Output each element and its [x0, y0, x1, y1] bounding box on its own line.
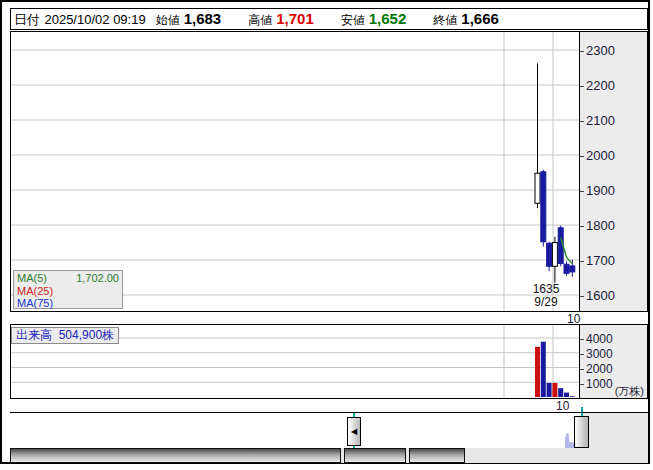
price-tick-label: 1600 — [586, 288, 615, 303]
price-tick-mark — [580, 296, 584, 297]
low-value: 1,652 — [369, 10, 407, 27]
price-tick-label: 1900 — [586, 183, 615, 198]
left-arrow-icon: ◀ — [351, 427, 357, 436]
volume-axis: (万株) 4000300020001000 — [579, 324, 648, 399]
volume-tick-mark — [580, 369, 584, 370]
volume-tick-label: 4000 — [586, 332, 613, 346]
open-label: 始値 — [156, 12, 180, 29]
volume-tick-mark — [580, 384, 584, 385]
price-tick-label: 1700 — [586, 253, 615, 268]
volume-chart-panel[interactable]: 出来高 504,900株 — [10, 324, 580, 399]
date-value: 2025/10/02 09:19 — [44, 12, 145, 27]
high-label: 高値 — [248, 12, 272, 29]
price-chart-panel[interactable]: MA(5) 1,702.00 MA(25) MA(75) 1635 9/29 — [10, 31, 580, 312]
open-value: 1,683 — [184, 10, 222, 27]
volume-x-axis-strip: 10 — [10, 399, 648, 412]
ohlc-info-bar: 日付 2025/10/02 09:19 始値 1,683 高値 1,701 安値… — [10, 8, 648, 30]
close-label: 終値 — [433, 12, 457, 29]
stock-chart-window: 日付 2025/10/02 09:19 始値 1,683 高値 1,701 安値… — [0, 0, 650, 464]
price-tick-label: 2000 — [586, 148, 615, 163]
low-label: 安値 — [341, 12, 365, 29]
lowest-low-date: 9/29 — [523, 296, 569, 309]
volume-tick-label: 2000 — [586, 362, 613, 376]
price-tick-label: 2100 — [586, 113, 615, 128]
status-bar-segment — [409, 448, 465, 463]
price-tick-mark — [580, 86, 584, 87]
ma25-label: MA(25) — [17, 285, 53, 298]
price-tick-label: 2300 — [586, 43, 615, 58]
volume-label-box: 出来高 504,900株 — [11, 327, 119, 344]
chart-range-scrollbar[interactable]: ◀ — [10, 412, 648, 448]
status-bar-segment — [10, 448, 341, 463]
ma-legend-box: MA(5) 1,702.00 MA(25) MA(75) — [13, 270, 123, 309]
ma5-value: 1,702.00 — [76, 272, 119, 285]
scrollbar-thumb[interactable] — [574, 416, 589, 448]
price-tick-mark — [580, 191, 584, 192]
scroll-left-button[interactable]: ◀ — [347, 417, 361, 446]
high-value: 1,701 — [276, 10, 314, 27]
ma75-label: MA(75) — [17, 297, 53, 310]
volume-unit-label: (万株) — [615, 384, 644, 399]
ma5-label: MA(5) — [17, 272, 47, 285]
lowest-low-annotation: 1635 9/29 — [523, 283, 569, 309]
volume-month-tick: 10 — [556, 399, 569, 413]
volume-tick-mark — [580, 354, 584, 355]
volume-tick-mark — [580, 339, 584, 340]
volume-label: 出来高 — [16, 328, 52, 342]
price-tick-mark — [580, 261, 584, 262]
price-tick-mark — [580, 121, 584, 122]
volume-tick-label: 1000 — [586, 377, 613, 391]
volume-value: 504,900株 — [59, 328, 114, 342]
price-tick-mark — [580, 156, 584, 157]
price-tick-label: 2200 — [586, 78, 615, 93]
price-axis: 23002200210020001900180017001600 — [579, 31, 648, 312]
status-bar-segment — [344, 448, 406, 463]
date-label: 日付 — [14, 11, 40, 29]
price-tick-mark — [580, 226, 584, 227]
price-tick-mark — [580, 51, 584, 52]
bottom-status-bar — [10, 448, 648, 464]
price-tick-label: 1800 — [586, 218, 615, 233]
volume-tick-label: 3000 — [586, 347, 613, 361]
close-value: 1,666 — [461, 10, 499, 27]
scrollbar-out-of-range-zone — [582, 413, 648, 449]
